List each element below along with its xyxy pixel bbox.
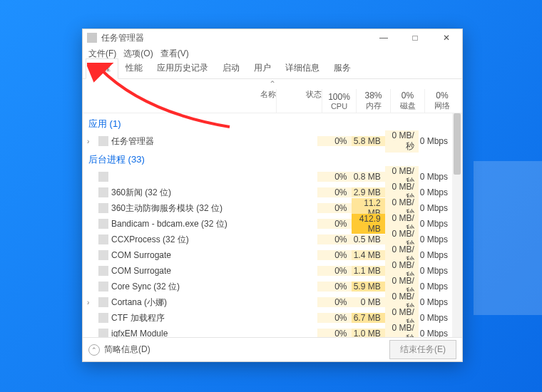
net-label: 网络 (434, 100, 450, 111)
network-value: 0 Mbps (419, 136, 452, 146)
process-name: igfxEM Module (111, 329, 168, 337)
tabstrip: 进程 性能 应用历史记录 启动 用户 详细信息 服务 (83, 61, 462, 79)
cpu-value: 0% (317, 329, 351, 337)
cpu-value: 0% (317, 266, 351, 276)
process-icon (98, 203, 108, 213)
network-value: 0 Mbps (419, 297, 452, 307)
net-percent: 0% (436, 91, 448, 100)
window-title: 任务管理器 (101, 32, 368, 44)
expand-icon[interactable]: › (87, 138, 96, 145)
cpu-value: 0% (317, 219, 351, 229)
network-value: 0 Mbps (419, 203, 452, 213)
col-cpu[interactable]: 100% CPU (322, 89, 357, 113)
process-row[interactable]: ›任务管理器0%5.8 MB0 MB/秒0 Mbps (83, 133, 452, 149)
tab-app-history[interactable]: 应用历史记录 (150, 59, 215, 78)
cpu-value: 0% (317, 136, 351, 146)
col-disk[interactable]: 0% 磁盘 (391, 89, 425, 113)
cpu-value: 0% (317, 234, 351, 244)
cpu-percent: 100% (328, 92, 350, 102)
menu-file[interactable]: 文件(F) (87, 48, 118, 60)
network-value: 0 Mbps (419, 313, 452, 323)
memory-value: 1.0 MB (352, 329, 385, 337)
process-icon (98, 266, 108, 276)
caret-icon: ⌃ (83, 79, 462, 89)
process-name: Cortana (小娜) (111, 296, 167, 309)
column-headers: 名称 状态 100% CPU 38% 内存 0% 磁盘 0% 网络 (83, 89, 462, 113)
process-name: Bandicam - bdcam.exe (32 位) (111, 218, 227, 230)
fewer-details-link[interactable]: 简略信息(D) (104, 344, 150, 356)
process-icon (98, 136, 108, 146)
scrollbar[interactable] (452, 113, 462, 337)
memory-value: 0.8 MB (352, 172, 385, 182)
cpu-value: 0% (317, 297, 351, 307)
tab-performance[interactable]: 性能 (118, 59, 150, 78)
process-name: 360新闻 (32 位) (111, 187, 171, 199)
disk-percent: 0% (402, 91, 414, 100)
cpu-value: 0% (317, 203, 351, 213)
process-icon (98, 172, 108, 182)
process-icon (98, 187, 108, 197)
network-value: 0 Mbps (419, 266, 452, 276)
process-name: 360主动防御服务模块 (32 位) (111, 202, 223, 215)
disk-value: 0 MB/秒 (385, 323, 419, 338)
tab-details[interactable]: 详细信息 (278, 59, 327, 78)
memory-value: 5.9 MB (352, 282, 385, 292)
process-icon (98, 219, 108, 229)
process-name: CTF 加载程序 (111, 312, 165, 324)
network-value: 0 Mbps (419, 234, 452, 244)
chevron-up-icon[interactable]: ⌃ (88, 344, 100, 356)
process-name: Core Sync (32 位) (111, 281, 180, 293)
end-task-button[interactable]: 结束任务(E) (389, 340, 456, 359)
process-list: 应用 (1)›任务管理器0%5.8 MB0 MB/秒0 Mbps后台进程 (33… (83, 113, 462, 337)
expand-icon[interactable]: › (87, 299, 96, 306)
cpu-value: 0% (317, 282, 351, 292)
cpu-value: 0% (317, 313, 351, 323)
maximize-button[interactable]: □ (399, 29, 431, 46)
cpu-value: 0% (317, 187, 351, 197)
network-value: 0 Mbps (419, 219, 452, 229)
footer: ⌃ 简略信息(D) 结束任务(E) (83, 337, 462, 361)
titlebar[interactable]: 任务管理器 — □ ✕ (83, 29, 462, 46)
network-value: 0 Mbps (419, 172, 452, 182)
tab-users[interactable]: 用户 (247, 59, 278, 78)
cpu-value: 0% (317, 250, 351, 260)
tab-processes[interactable]: 进程 (86, 58, 118, 79)
menu-options[interactable]: 选项(O) (122, 48, 154, 60)
mem-label: 内存 (366, 100, 382, 111)
network-value: 0 Mbps (419, 329, 452, 337)
disk-value: 0 MB/秒 (385, 130, 419, 153)
menubar: 文件(F) 选项(O) 查看(V) (83, 46, 462, 61)
process-name: COM Surrogate (111, 266, 171, 276)
col-status[interactable]: 状态 (277, 89, 322, 113)
minimize-button[interactable]: — (368, 29, 399, 46)
disk-label: 磁盘 (400, 100, 416, 111)
process-row[interactable]: igfxEM Module0%1.0 MB0 MB/秒0 Mbps (83, 326, 452, 337)
process-name: 任务管理器 (111, 135, 154, 148)
tab-services[interactable]: 服务 (327, 59, 358, 78)
process-icon (98, 297, 108, 307)
menu-view[interactable]: 查看(V) (159, 48, 190, 60)
memory-value: 412.9 MB (352, 214, 385, 234)
col-name[interactable]: 名称 (83, 89, 277, 113)
network-value: 0 Mbps (419, 282, 452, 292)
desktop-light-block (474, 161, 542, 315)
memory-value: 0.5 MB (352, 234, 385, 244)
process-icon (98, 250, 108, 260)
cpu-label: CPU (331, 102, 347, 110)
mem-percent: 38% (364, 91, 382, 100)
app-icon (87, 33, 97, 43)
scrollbar-thumb[interactable] (454, 113, 461, 175)
process-name: CCXProcess (32 位) (111, 234, 189, 246)
network-value: 0 Mbps (419, 250, 452, 260)
cpu-value: 0% (317, 172, 351, 182)
tab-startup[interactable]: 启动 (215, 59, 247, 78)
process-icon (98, 313, 108, 323)
close-button[interactable]: ✕ (431, 29, 462, 46)
col-memory[interactable]: 38% 内存 (357, 89, 391, 113)
process-icon (98, 282, 108, 292)
network-value: 0 Mbps (419, 187, 452, 197)
memory-value: 1.4 MB (352, 250, 385, 260)
col-network[interactable]: 0% 网络 (425, 89, 459, 113)
memory-value: 6.7 MB (352, 313, 385, 323)
memory-value: 0 MB (352, 297, 385, 307)
